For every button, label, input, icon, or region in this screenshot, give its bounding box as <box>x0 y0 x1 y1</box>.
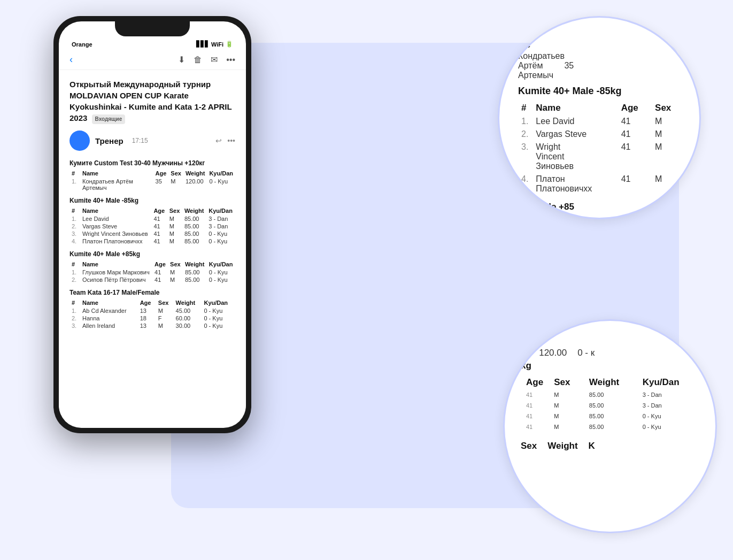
more-sender-icon[interactable]: ••• <box>227 136 235 145</box>
table-3: # Name Age Sex Weight Kyu/Dan 1. Глушков… <box>70 260 235 283</box>
table-row: 2. Hanna 18 F 60.00 0 - Kyu <box>70 314 235 322</box>
col-sex: Sex <box>168 169 183 178</box>
email-sender-row: Тренер 17:15 ↩ ••• <box>70 131 235 151</box>
col-age: Age <box>153 169 169 178</box>
section-title-4: Team Kata 16-17 Male/Female <box>70 289 235 296</box>
zoom-table-row: 3. WrightVincentЗиновьев 41 M <box>518 141 683 173</box>
phone-wrapper: Orange ▋▋▋ WiFi 🔋 ‹ ⬇ 🗑 ✉ ••• <box>53 16 251 540</box>
col-kyu: Kyu/Dan <box>207 169 235 178</box>
phone-screen: Orange ▋▋▋ WiFi 🔋 ‹ ⬇ 🗑 ✉ ••• <box>59 21 246 428</box>
col-name: Name <box>80 169 153 178</box>
zoom2-partial-headers2: Sex Weight K <box>521 441 699 451</box>
mail-icon[interactable]: ✉ <box>211 55 218 65</box>
zoom-table-row: 1. Lee David 41 M <box>518 115 683 128</box>
section-title-2: Kumite 40+ Male -85kg <box>70 197 235 204</box>
table-row: 1. Lee David 41 M 85.00 3 - Dan <box>70 215 235 223</box>
col-num: # <box>70 169 80 178</box>
table-4: # Name Age Sex Weight Kyu/Dan 1. Ab Cd A… <box>70 298 235 329</box>
sender-name: Тренер <box>95 136 124 145</box>
table-row: 4. Платон Платоновичхх 41 M 85.00 0 - Ky… <box>70 237 235 245</box>
table-row: 2. Осипов Пётр Пётрович 41 M 85.00 0 - K… <box>70 276 235 283</box>
zoom-table-row: 4. ПлатонПлатоновичхх 41 M <box>518 173 683 195</box>
download-icon[interactable]: ⬇ <box>178 55 185 65</box>
zoom2-table-row: 41 M 85.00 3 - Dan <box>521 400 699 411</box>
battery-icon: 🔋 <box>226 41 233 48</box>
email-badge: Входящие <box>92 114 126 124</box>
zoom-circle-bottom: M 120.00 0 - к kg Age Sex Weight Kyu/Dan… <box>503 319 717 533</box>
sender-time: 17:15 <box>132 137 148 144</box>
status-icons: ▋▋▋ WiFi 🔋 <box>196 41 233 48</box>
table-row: 3. Allen Ireland 13 M 30.00 0 - Kyu <box>70 322 235 329</box>
carrier-label: Orange <box>72 41 92 48</box>
table-row: 1. Глушков Марк Маркович 41 M 85.00 0 - … <box>70 269 235 276</box>
table-row: 3. Wright Vincent Зиновьев 41 M 85.00 0 … <box>70 230 235 237</box>
toolbar-actions: ⬇ 🗑 ✉ ••• <box>178 55 235 65</box>
zoom-partial-row1: Артём 35 <box>518 61 683 71</box>
zoom2-partial-top: M 120.00 0 - к <box>521 348 699 358</box>
status-bar: Orange ▋▋▋ WiFi 🔋 <box>59 36 246 50</box>
email-subject: Открытый Международный турнир MOLDAVIAN … <box>70 79 235 124</box>
sender-avatar <box>70 131 90 151</box>
zoom2-table-row: 41 M 85.00 3 - Dan <box>521 389 699 400</box>
table-2: # Name Age Sex Weight Kyu/Dan 1. Lee Dav… <box>70 206 235 245</box>
table-row: 1. Ab Cd Alexander 13 M 45.00 0 - Kyu <box>70 307 235 314</box>
phone-shell: Orange ▋▋▋ WiFi 🔋 ‹ ⬇ 🗑 ✉ ••• <box>53 16 251 433</box>
table-row: 1. Кондратьев Артём Артемыч 35 M 120.00 … <box>70 178 235 191</box>
zoom2-section-partial: kg <box>521 360 699 371</box>
trash-icon[interactable]: 🗑 <box>194 55 202 65</box>
zoom-table: # Name Age Sex 1. Lee David 41 M 2. Varg… <box>518 101 683 195</box>
section-title-3: Kumite 40+ Male +85kg <box>70 250 235 258</box>
signal-icon: ▋▋▋ <box>196 41 209 48</box>
email-content: Открытый Международный турнир MOLDAVIAN … <box>59 70 246 428</box>
zoom2-table-row: 41 M 85.00 0 - Kyu <box>521 421 699 432</box>
wifi-icon: WiFi <box>211 41 223 48</box>
section-title-1: Кумите Custom Test 30-40 Мужчины +120кг <box>70 159 235 167</box>
zoom-partial-title: ме <box>518 39 683 50</box>
reply-icon[interactable]: ↩ <box>215 136 222 145</box>
more-icon[interactable]: ••• <box>226 55 235 65</box>
zoom-table-row: 2. Vargas Steve 41 M <box>518 128 683 141</box>
zoom2-table-row: 41 M 85.00 0 - Kyu <box>521 411 699 421</box>
zoom-circle-top: ме Кондратьев Артём 35 Артемыч Kumite 40… <box>498 16 701 219</box>
zoom-partial-name1: Кондратьев <box>518 51 683 61</box>
table-1: # Name Age Sex Weight Kyu/Dan 1. Кондрат… <box>70 169 235 191</box>
phone-notch <box>115 21 190 36</box>
email-toolbar: ‹ ⬇ 🗑 ✉ ••• <box>59 50 246 70</box>
table-row: 2. Vargas Steve 41 M 85.00 3 - Dan <box>70 223 235 230</box>
sender-actions: ↩ ••• <box>215 136 235 145</box>
back-button[interactable]: ‹ <box>70 54 73 65</box>
zoom-partial-subname: Артемыч <box>518 71 683 80</box>
zoom-section-title: Kumite 40+ Male -85kg <box>518 86 683 97</box>
zoom2-table: Age Sex Weight Kyu/Dan 41 M 85.00 3 - Da… <box>521 375 699 432</box>
col-weight: Weight <box>183 169 207 178</box>
